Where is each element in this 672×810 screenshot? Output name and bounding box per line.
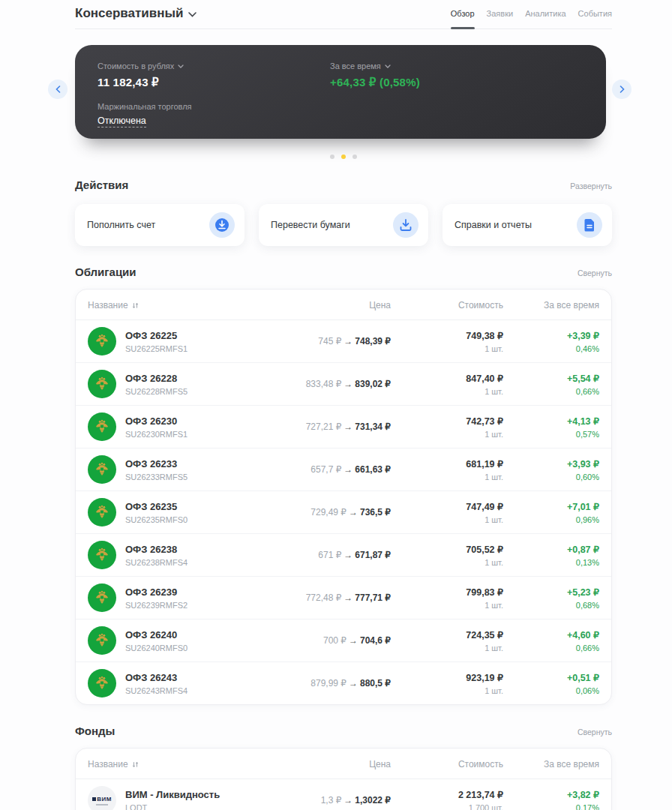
position-value: 681,19 ₽ xyxy=(391,458,503,470)
position-quantity: 1 шт. xyxy=(391,344,503,353)
instrument-row[interactable]: ОФЗ 26228 SU26228RMFS5 833,48 ₽→839,02 ₽… xyxy=(76,362,611,405)
change-percent: 0,46% xyxy=(503,344,599,353)
change-amount: +3,39 ₽ xyxy=(503,330,599,341)
instrument-row[interactable]: ОФЗ 26239 SU26239RMFS2 772,48 ₽→777,71 ₽… xyxy=(76,576,611,619)
funds-table-body: ВИМ ВИМ - Ликвидность LQDT 1,3 ₽→1,3022 … xyxy=(76,779,611,810)
column-value[interactable]: Стоимость xyxy=(391,759,503,770)
statements-reports-card[interactable]: Справки и отчеты xyxy=(442,204,612,246)
change-amount: +7,01 ₽ xyxy=(503,501,599,512)
margin-trading-status[interactable]: Отключена xyxy=(98,116,146,128)
change-percent: 0,13% xyxy=(503,558,599,567)
period-dropdown[interactable]: За все время xyxy=(330,62,420,70)
instrument-row[interactable]: ВИМ ВИМ - Ликвидность LQDT 1,3 ₽→1,3022 … xyxy=(76,779,611,810)
period-label: За все время xyxy=(330,62,381,70)
ofz-crest-icon xyxy=(88,370,116,398)
carousel-next-button[interactable] xyxy=(612,80,632,99)
position-quantity: 1 700 шт. xyxy=(391,803,503,810)
value-currency-dropdown[interactable]: Стоимость в рублях xyxy=(98,62,330,70)
period-change-cell: +0,51 ₽ 0,06% xyxy=(503,672,599,695)
header-tabs: Обзор Заявки Аналитика События xyxy=(451,9,612,21)
carousel-dot-active[interactable] xyxy=(341,154,346,159)
change-amount: +4,60 ₽ xyxy=(503,629,599,640)
column-name[interactable]: Название xyxy=(88,300,237,310)
arrow-right-icon: → xyxy=(344,379,352,389)
column-price[interactable]: Цена xyxy=(237,300,391,310)
change-amount: +3,82 ₽ xyxy=(503,789,599,800)
page-title: Консервативный xyxy=(75,6,183,21)
action-cards: Пополнить счет Перевести бумаги Справки … xyxy=(75,204,612,246)
instrument-row[interactable]: ОФЗ 26233 SU26233RMFS5 657,7 ₽→661,63 ₽ … xyxy=(76,448,611,490)
value-cell: 747,49 ₽ 1 шт. xyxy=(391,501,503,524)
arrow-right-icon: → xyxy=(344,550,352,560)
instrument-name-cell: ОФЗ 26228 SU26228RMFS5 xyxy=(88,370,237,398)
transfer-securities-card[interactable]: Перевести бумаги xyxy=(259,204,428,246)
value-cell: 799,83 ₽ 1 шт. xyxy=(391,586,503,610)
carousel-dot[interactable] xyxy=(352,154,357,159)
price-open: 727,21 ₽ xyxy=(306,422,342,432)
tab-orders[interactable]: Заявки xyxy=(487,9,514,21)
tab-analytics[interactable]: Аналитика xyxy=(525,9,566,21)
price-now: 661,63 ₽ xyxy=(355,464,391,475)
ofz-crest-icon xyxy=(88,669,116,698)
position-value: 749,38 ₽ xyxy=(391,330,503,341)
instrument-text: ОФЗ 26238 SU26238RMFS4 xyxy=(125,544,188,567)
price-open: 700 ₽ xyxy=(323,635,346,646)
value-cell: 681,19 ₽ 1 шт. xyxy=(391,458,503,482)
change-percent: 0,17% xyxy=(503,803,599,810)
instrument-row[interactable]: ОФЗ 26235 SU26235RMFS0 729,49 ₽→736,5 ₽ … xyxy=(76,490,611,533)
price-now: 704,6 ₽ xyxy=(360,635,391,646)
arrow-right-icon: → xyxy=(349,678,358,688)
instrument-text: ОФЗ 26233 SU26233RMFS5 xyxy=(125,458,188,482)
period-change-cell: +4,60 ₽ 0,66% xyxy=(503,629,599,652)
bonds-table: Название Цена Стоимость За все время xyxy=(75,289,612,705)
carousel-prev-button[interactable] xyxy=(48,80,68,99)
period-change-cell: +0,87 ₽ 0,13% xyxy=(503,544,599,567)
sort-icon xyxy=(132,302,139,309)
instrument-row[interactable]: ОФЗ 26240 SU26240RMFS0 700 ₽→704,6 ₽ 724… xyxy=(76,619,611,662)
column-value[interactable]: Стоимость xyxy=(391,300,503,310)
name-header-label: Название xyxy=(88,759,128,770)
top-up-account-card[interactable]: Пополнить счет xyxy=(75,204,244,246)
portfolio-title-dropdown[interactable]: Консервативный xyxy=(75,6,196,21)
instrument-row[interactable]: ОФЗ 26230 SU26230RMFS1 727,21 ₽→731,34 ₽… xyxy=(76,405,611,448)
instrument-row[interactable]: ОФЗ 26225 SU26225RMFS1 745 ₽→748,39 ₽ 74… xyxy=(76,320,611,362)
instrument-text: ОФЗ 26243 SU26243RMFS4 xyxy=(125,672,188,695)
instrument-text: ВИМ - Ликвидность LQDT xyxy=(125,789,220,810)
value-cell: 847,40 ₽ 1 шт. xyxy=(391,373,503,396)
period-change-cell: +5,54 ₽ 0,66% xyxy=(503,373,599,396)
change-percent: 0,06% xyxy=(503,686,599,695)
change-amount: +0,51 ₽ xyxy=(503,672,599,683)
column-name[interactable]: Название xyxy=(88,759,237,770)
tab-overview[interactable]: Обзор xyxy=(451,9,475,21)
value-cell: 2 213,74 ₽ 1 700 шт. xyxy=(391,789,503,810)
funds-table-header: Название Цена Стоимость За все время xyxy=(76,748,611,779)
instrument-row[interactable]: ОФЗ 26238 SU26238RMFS4 671 ₽→671,87 ₽ 70… xyxy=(76,533,611,576)
tab-events[interactable]: События xyxy=(578,9,612,21)
carousel-dot[interactable] xyxy=(330,154,334,159)
portfolio-value: 11 182,43 ₽ xyxy=(98,76,330,89)
chevron-down-icon xyxy=(385,64,391,68)
chevron-down-icon xyxy=(178,64,184,68)
transfer-icon xyxy=(393,212,418,238)
instrument-name-cell: ОФЗ 26240 SU26240RMFS0 xyxy=(88,626,237,655)
instrument-row[interactable]: ОФЗ 26243 SU26243RMFS4 879,99 ₽→880,5 ₽ … xyxy=(76,662,611,704)
actions-expand-link[interactable]: Развернуть xyxy=(570,182,612,190)
instrument-ticker: SU26235RMFS0 xyxy=(125,515,188,524)
actions-section-header: Действия Развернуть xyxy=(75,178,612,191)
instrument-ticker: SU26228RMFS5 xyxy=(125,387,188,396)
price-now: 731,34 ₽ xyxy=(355,422,391,432)
instrument-name: ОФЗ 26228 xyxy=(125,373,188,384)
funds-collapse-link[interactable]: Свернуть xyxy=(578,728,612,736)
arrow-right-icon: → xyxy=(344,795,352,806)
period-change-cell: +4,13 ₽ 0,57% xyxy=(503,416,599,439)
column-period[interactable]: За все время xyxy=(503,759,599,770)
bonds-collapse-link[interactable]: Свернуть xyxy=(578,268,612,278)
column-period[interactable]: За все время xyxy=(503,300,599,310)
instrument-text: ОФЗ 26228 SU26228RMFS5 xyxy=(125,373,188,396)
price-open: 657,7 ₽ xyxy=(310,464,341,475)
name-header-label: Название xyxy=(88,300,128,310)
portfolio-page: Консервативный Обзор Заявки Аналитика Со… xyxy=(75,0,612,810)
value-label: Стоимость в рублях xyxy=(98,62,174,70)
position-value: 799,83 ₽ xyxy=(391,586,503,598)
column-price[interactable]: Цена xyxy=(237,759,391,770)
